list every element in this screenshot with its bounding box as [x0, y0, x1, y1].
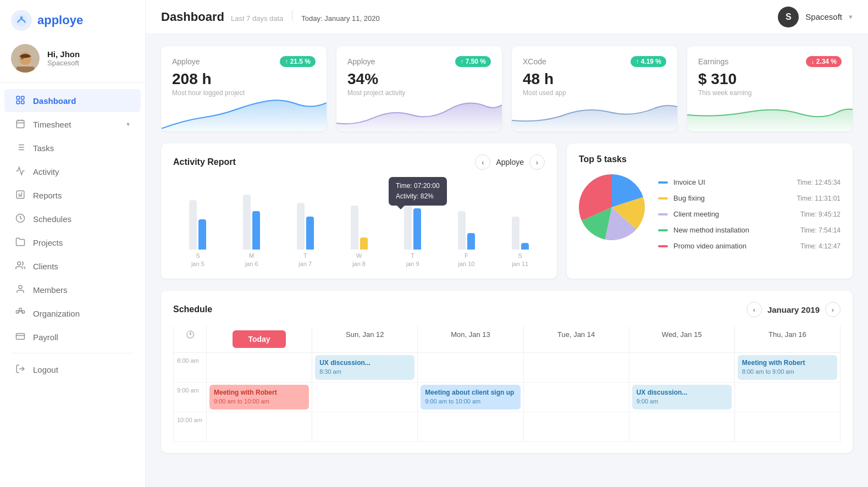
- sidebar-item-clients[interactable]: Clients: [4, 254, 141, 278]
- sched-time-10am: 10:00 am: [174, 412, 207, 442]
- stat-card-1: Apploye ↑ 21.5 % 208 h Most hour logged …: [161, 46, 327, 131]
- top5-tasks-card: Top 5 tasks: [567, 143, 853, 279]
- schedule-event: UX discussion... 8:30 am: [315, 355, 414, 380]
- stat-card-3: XCode ↑ 4.19 % 48 h Most used app: [512, 46, 677, 131]
- sched-col-sun: Sun, Jan 12: [312, 326, 418, 353]
- sched-cell-tue-9am: [524, 383, 629, 412]
- chevron-down-icon: ▾: [126, 120, 130, 128]
- sidebar-item-label: Payroll: [33, 333, 58, 342]
- stat-badge-1: ↑ 21.5 %: [280, 56, 316, 67]
- top5-header: Top 5 tasks: [579, 154, 841, 164]
- schedule-nav: ‹ January 2019 ›: [747, 302, 841, 317]
- pie-chart: [579, 174, 645, 242]
- event-title: Meeting about client sign up: [425, 388, 516, 397]
- list-item: Client meeting Time: 9:45:12: [658, 206, 841, 222]
- topbar-avatar: S: [778, 7, 799, 27]
- sidebar-item-payroll[interactable]: Payroll: [4, 325, 141, 348]
- activity-project-label: Apploye: [496, 158, 524, 167]
- sched-col-tue: Tue, Jan 14: [524, 326, 629, 353]
- task-dot-0: [658, 181, 668, 184]
- sidebar-item-dashboard[interactable]: Dashboard: [4, 89, 141, 112]
- activity-next-button[interactable]: ›: [529, 154, 545, 170]
- svg-point-5: [20, 55, 30, 58]
- tasks-list: Invoice UI Time: 12:45:34 Bug fixing Tim…: [658, 174, 841, 254]
- sched-col-thu: Thu, Jan 16: [735, 326, 841, 353]
- sidebar-item-organization[interactable]: Organization: [4, 302, 141, 325]
- members-icon: [15, 284, 26, 295]
- sidebar-item-activity[interactable]: Activity: [4, 160, 141, 183]
- task-time-4: Time: 4:12:47: [800, 242, 841, 250]
- stat-cards-row: Apploye ↑ 21.5 % 208 h Most hour logged …: [161, 46, 853, 131]
- schedule-grid: 🕐 Today Sun, Jan 12 Mon, Jan 13 Tue, Jan…: [173, 326, 841, 442]
- bar-pair-2: [297, 180, 314, 250]
- bar-bg-6: [512, 217, 519, 250]
- sidebar-item-schedules[interactable]: Schedules: [4, 207, 141, 230]
- topbar-chevron-icon[interactable]: ▾: [849, 13, 853, 21]
- bar-label-6: Sjan 11: [512, 252, 528, 268]
- sched-cell-tue-8am: [524, 353, 629, 383]
- task-time-2: Time: 9:45:12: [800, 211, 841, 218]
- sidebar-item-label: Members: [33, 285, 68, 295]
- svg-point-0: [15, 14, 28, 27]
- task-dot-4: [658, 245, 668, 247]
- sched-col-wed: Wed, Jan 15: [629, 326, 735, 353]
- sidebar-item-label: Projects: [33, 238, 63, 247]
- list-item: Bug fixing Time: 11:31:01: [658, 190, 841, 206]
- activity-report-header: Activity Report ‹ Apploye ›: [173, 154, 545, 170]
- mid-row: Activity Report ‹ Apploye › Time: 07:20:…: [161, 143, 853, 279]
- sidebar-item-projects[interactable]: Projects: [4, 231, 141, 254]
- sidebar-item-label: Schedules: [33, 214, 71, 224]
- bar-bg-5: [458, 211, 466, 250]
- svg-rect-7: [21, 96, 24, 99]
- event-title: UX discussion...: [319, 358, 410, 368]
- bar-group-1: Mjan 6: [227, 180, 277, 268]
- stat-project-2: Apploye: [347, 57, 375, 66]
- stat-project-1: Apploye: [172, 57, 200, 66]
- sidebar-item-members[interactable]: Members: [4, 278, 141, 301]
- bar-pair-6: [512, 180, 529, 250]
- task-left-2: Client meeting: [658, 210, 719, 218]
- schedule-prev-button[interactable]: ‹: [747, 302, 762, 317]
- stat-card-2: Apploye ↑ 7.50 % 34% Most project activi…: [336, 46, 502, 131]
- sched-cell-mon-10am: [418, 412, 523, 442]
- svg-rect-3: [16, 67, 35, 73]
- svg-rect-9: [21, 101, 24, 104]
- task-time-1: Time: 11:31:01: [797, 195, 841, 202]
- sidebar-item-label: Clients: [33, 262, 58, 271]
- sidebar-item-label: Activity: [33, 167, 59, 176]
- svg-rect-6: [16, 96, 19, 99]
- schedule-next-button[interactable]: ›: [825, 302, 841, 317]
- sched-col-mon: Mon, Jan 13: [418, 326, 523, 353]
- schedule-month-label: January 2019: [767, 305, 820, 314]
- page-title: Dashboard: [161, 10, 224, 24]
- task-time-3: Time: 7:54:14: [800, 226, 841, 234]
- clients-icon: [15, 261, 26, 272]
- sidebar-item-tasks[interactable]: Tasks: [4, 136, 141, 159]
- sched-cell-sun-8am: UX discussion... 8:30 am: [312, 353, 418, 383]
- sidebar-item-label: Tasks: [33, 143, 54, 153]
- sidebar-item-logout[interactable]: Logout: [4, 358, 141, 381]
- schedules-icon: [15, 213, 26, 224]
- sched-today-header: Today: [207, 326, 312, 353]
- today-button[interactable]: Today: [233, 330, 285, 348]
- schedule-header: Schedule ‹ January 2019 ›: [173, 302, 841, 317]
- bar-label-2: Tjan 7: [298, 252, 312, 268]
- bar-bg-1: [243, 195, 251, 250]
- task-name-2: Client meeting: [673, 210, 719, 218]
- sidebar-item-reports[interactable]: Reports: [4, 184, 141, 207]
- bar-group-4: Tjan 9: [388, 180, 438, 268]
- topbar-date: Today: January 11, 2020: [301, 14, 379, 23]
- sidebar-item-timesheet[interactable]: Timesheet ▾: [4, 113, 141, 136]
- projects-icon: [15, 237, 26, 248]
- task-name-4: Promo video animation: [673, 242, 747, 250]
- bar-bg-3: [351, 206, 358, 250]
- bar-fg-2: [306, 217, 314, 250]
- sched-cell-wed-8am: [629, 353, 735, 383]
- bar-chart: Sjan 5 Mjan 6: [173, 180, 545, 268]
- stat-value-4: $ 310: [698, 70, 842, 88]
- bar-fg-6: [521, 243, 529, 250]
- bar-group-6: Sjan 11: [495, 180, 545, 268]
- activity-prev-button[interactable]: ‹: [475, 154, 490, 170]
- bar-group-2: Tjan 7: [280, 180, 330, 268]
- activity-report-nav: ‹ Apploye ›: [475, 154, 545, 170]
